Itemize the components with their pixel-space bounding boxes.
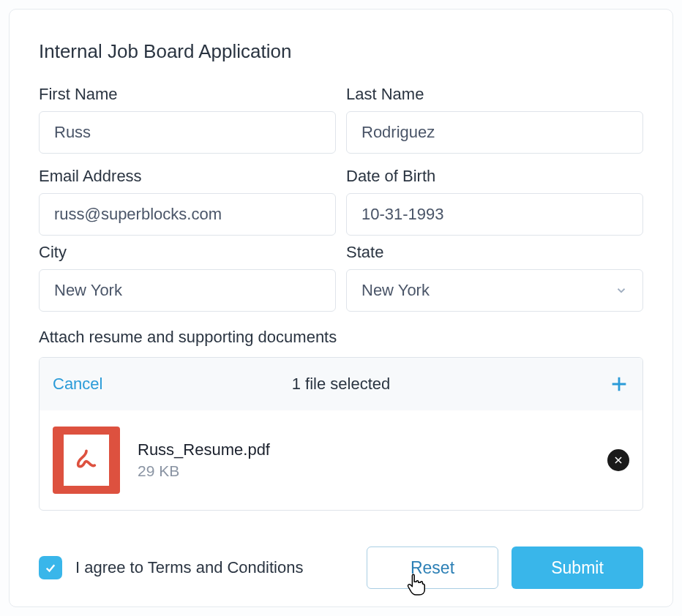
check-icon: [44, 561, 57, 574]
cancel-link[interactable]: Cancel: [53, 375, 102, 394]
file-info: Russ_Resume.pdf 29 KB: [138, 440, 590, 480]
submit-button[interactable]: Submit: [512, 546, 643, 589]
city-input[interactable]: [39, 269, 336, 312]
city-label: City: [39, 243, 336, 262]
field-last-name: Last Name: [346, 85, 643, 154]
reset-button-label: Reset: [411, 558, 454, 578]
dob-label: Date of Birth: [346, 167, 643, 186]
dob-input[interactable]: [346, 193, 643, 236]
plus-icon[interactable]: [609, 374, 629, 394]
row-name: First Name Last Name: [39, 85, 643, 154]
field-city: City: [39, 243, 336, 312]
pdf-thumbnail-inner: [64, 435, 109, 486]
file-panel-header: Cancel 1 file selected: [40, 358, 642, 410]
form-card: Internal Job Board Application First Nam…: [9, 9, 673, 607]
row-city-state: City State New York: [39, 243, 643, 312]
attach-label: Attach resume and supporting documents: [39, 328, 643, 347]
file-name: Russ_Resume.pdf: [138, 440, 590, 459]
email-label: Email Address: [39, 167, 336, 186]
pdf-thumbnail: [53, 427, 120, 494]
last-name-input[interactable]: [346, 111, 643, 154]
state-select[interactable]: New York: [346, 269, 643, 312]
last-name-label: Last Name: [346, 85, 643, 104]
file-size: 29 KB: [138, 462, 590, 480]
field-state: State New York: [346, 243, 643, 312]
first-name-input[interactable]: [39, 111, 336, 154]
field-email: Email Address: [39, 167, 336, 236]
state-label: State: [346, 243, 643, 262]
form-footer: I agree to Terms and Conditions Reset Su…: [39, 546, 643, 589]
remove-file-button[interactable]: [607, 449, 629, 471]
agree-label: I agree to Terms and Conditions: [75, 558, 353, 577]
field-first-name: First Name: [39, 85, 336, 154]
reset-button[interactable]: Reset: [367, 546, 498, 589]
chevron-down-icon: [615, 284, 628, 297]
form-title: Internal Job Board Application: [39, 40, 643, 63]
pdf-icon: [74, 448, 99, 473]
row-email-dob: Email Address Date of Birth: [39, 167, 643, 236]
submit-button-label: Submit: [551, 558, 604, 578]
email-input[interactable]: [39, 193, 336, 236]
state-select-value: New York: [361, 281, 430, 300]
file-count-status: 1 file selected: [292, 375, 391, 394]
agree-checkbox[interactable]: [39, 556, 62, 579]
field-dob: Date of Birth: [346, 167, 643, 236]
file-panel: Cancel 1 file selected Russ_Resume.pdf 2…: [39, 357, 643, 511]
close-icon: [613, 455, 623, 465]
file-row: Russ_Resume.pdf 29 KB: [40, 410, 642, 510]
first-name-label: First Name: [39, 85, 336, 104]
